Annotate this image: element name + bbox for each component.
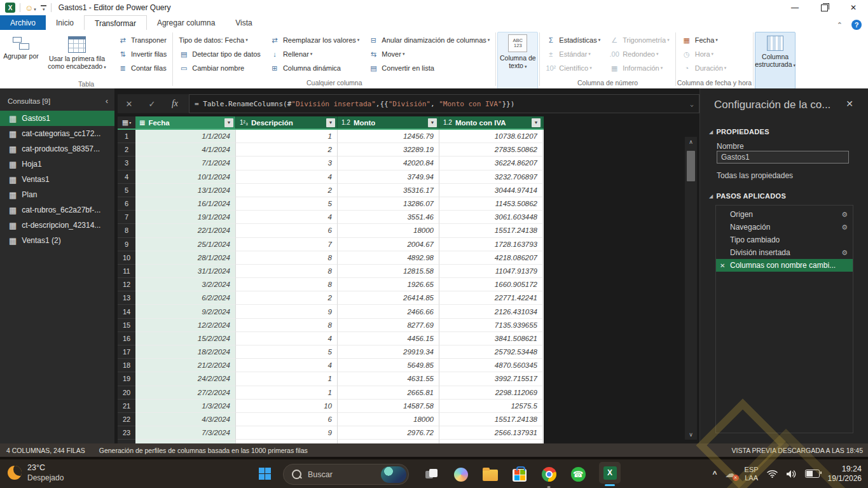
table-cell[interactable]: 15517.24138: [439, 413, 543, 426]
search-box[interactable]: Buscar: [283, 464, 409, 485]
table-cell[interactable]: 13/1/2024: [135, 184, 236, 197]
table-cell[interactable]: 8: [236, 251, 338, 265]
delete-step-icon[interactable]: ✕: [720, 262, 725, 269]
table-cell[interactable]: 24/2/2024: [135, 372, 236, 386]
tab-archivo[interactable]: Archivo: [0, 15, 46, 30]
language-indicator[interactable]: ESPLAA: [745, 466, 759, 482]
table-cell[interactable]: 10: [236, 400, 338, 413]
table-cell[interactable]: 1: [236, 386, 338, 400]
onedrive-icon[interactable]: ☁✕: [726, 467, 736, 480]
row-number[interactable]: 15: [118, 319, 135, 332]
table-cell[interactable]: 4: [236, 332, 338, 345]
use-first-row-button[interactable]: Usar la primera fila como encabezado▾: [41, 32, 113, 80]
table-cell[interactable]: 3749.94: [338, 171, 439, 184]
table-cell[interactable]: 2: [236, 143, 338, 157]
scroll-down-icon[interactable]: ∨: [685, 429, 697, 440]
table-cell[interactable]: 22771.42241: [439, 291, 543, 305]
row-number[interactable]: 2: [118, 143, 135, 157]
fx-icon[interactable]: fx: [163, 94, 186, 113]
column-header-fecha[interactable]: ▦Fecha▼: [135, 116, 236, 129]
table-cell[interactable]: 2004.67: [338, 238, 439, 251]
table-cell[interactable]: 8277.69: [338, 319, 439, 332]
table-cell[interactable]: 9: [236, 426, 338, 440]
table-cell[interactable]: 35316.17: [338, 184, 439, 197]
table-cell[interactable]: 7/3/2024: [135, 426, 236, 440]
table-cell[interactable]: 4456.15: [338, 332, 439, 345]
table-cell[interactable]: 6: [236, 224, 338, 237]
query-item-gastos1[interactable]: ▦Gastos1: [0, 111, 114, 126]
table-cell[interactable]: 16/1/2024: [135, 197, 236, 211]
table-cell[interactable]: 2: [236, 184, 338, 197]
ribbon-button-contar-filas[interactable]: ≣Contar filas: [113, 61, 171, 75]
ribbon-button-columna-din-mica[interactable]: ⊞Columna dinámica: [265, 61, 364, 75]
ribbon-button-fecha[interactable]: ▦Fecha▾: [677, 33, 731, 47]
table-cell[interactable]: 3841.508621: [439, 332, 543, 345]
row-number[interactable]: 11: [118, 265, 135, 278]
table-cell[interactable]: 2466.66: [338, 305, 439, 318]
scrollbar-thumb[interactable]: [687, 151, 695, 181]
close-button[interactable]: ✕: [839, 0, 868, 15]
row-number[interactable]: 6: [118, 197, 135, 211]
help-button[interactable]: ?: [851, 20, 862, 30]
query-item-cat-categorias-cc172[interactable]: ▦cat-categorias_cc172...: [0, 126, 114, 141]
table-cell[interactable]: 4631.55: [338, 372, 439, 386]
table-cell[interactable]: 4/3/2024: [135, 413, 236, 426]
table-cell[interactable]: 9/2/2024: [135, 305, 236, 318]
table-cell[interactable]: 18/2/2024: [135, 345, 236, 359]
query-item-cat-rubros-6c2a27bf[interactable]: ▦cat-rubros_6c2a27bf-...: [0, 202, 114, 218]
table-cell[interactable]: 1728.163793: [439, 238, 543, 251]
table-cell[interactable]: 22/1/2024: [135, 224, 236, 237]
table-cell[interactable]: 3/2/2024: [135, 278, 236, 291]
table-cell[interactable]: 1/1/2024: [135, 130, 236, 143]
step-settings-gear-icon[interactable]: ⚙: [841, 249, 848, 257]
table-cell[interactable]: 10738.61207: [439, 130, 543, 143]
whatsapp-button[interactable]: ☎: [570, 466, 586, 483]
table-cell[interactable]: 9: [236, 305, 338, 318]
task-view-button[interactable]: [424, 466, 440, 483]
table-cell[interactable]: 7135.939655: [439, 319, 543, 332]
table-cell[interactable]: 21/2/2024: [135, 359, 236, 372]
applied-step-divisi-n-insertada[interactable]: División insertada⚙: [716, 246, 853, 259]
table-cell[interactable]: 31/1/2024: [135, 265, 236, 278]
ribbon-button-tipo-de-datos-fecha[interactable]: Tipo de datos: Fecha▾: [174, 33, 265, 47]
row-number[interactable]: 5: [118, 184, 135, 197]
copilot-button[interactable]: [453, 466, 469, 483]
table-cell[interactable]: 2126.431034: [439, 305, 543, 318]
decimal-type-icon[interactable]: 1.2: [443, 119, 452, 126]
wifi-icon[interactable]: [767, 470, 778, 478]
microsoft-store-button[interactable]: [511, 466, 528, 483]
table-cell[interactable]: 25792.53448: [439, 345, 543, 359]
table-cell[interactable]: 27835.50862: [439, 143, 543, 157]
hidden-icons-chevron[interactable]: ^: [713, 470, 717, 478]
table-cell[interactable]: 8: [236, 265, 338, 278]
row-number[interactable]: 1: [118, 130, 135, 143]
table-cell[interactable]: 3551.46: [338, 211, 439, 224]
int-type-icon[interactable]: 1²₃: [240, 119, 248, 126]
table-cell[interactable]: 12/2/2024: [135, 319, 236, 332]
table-cell[interactable]: 12815.58: [338, 265, 439, 278]
table-cell[interactable]: 3992.715517: [439, 372, 543, 386]
table-cell[interactable]: 7/1/2024: [135, 157, 236, 170]
confirm-formula-button[interactable]: ✓: [141, 94, 163, 113]
ribbon-button-reemplazar-los-valores[interactable]: ⇄Reemplazar los valores▾: [265, 33, 364, 47]
profiling-status[interactable]: Generación de perfiles de columnas basad…: [99, 447, 308, 454]
query-item-plan[interactable]: ▦Plan: [0, 187, 114, 202]
file-explorer-button[interactable]: [482, 466, 499, 483]
table-cell[interactable]: 15517.24138: [439, 224, 543, 237]
tab-transformar[interactable]: Transformar: [84, 15, 147, 31]
column-header-descripci-n[interactable]: 1²₃Descripción▼: [236, 116, 338, 129]
table-cell[interactable]: 1/3/2024: [135, 400, 236, 413]
column-header-monto-con-iva[interactable]: 1.2Monto con IVA▼: [439, 116, 543, 129]
row-number[interactable]: 7: [118, 211, 135, 224]
table-cell[interactable]: 1: [236, 372, 338, 386]
table-cell[interactable]: 1: [236, 130, 338, 143]
filter-dropdown-icon[interactable]: ▼: [326, 118, 335, 127]
table-cell[interactable]: 5649.85: [338, 359, 439, 372]
decimal-type-icon[interactable]: 1.2: [341, 119, 350, 126]
quick-access-toolbar-icon[interactable]: ▾: [41, 5, 46, 11]
table-cell[interactable]: 26414.85: [338, 291, 439, 305]
table-cell[interactable]: 36224.86207: [439, 157, 543, 170]
text-column-button[interactable]: ABC123 Columna de texto▾: [497, 32, 538, 89]
speaker-icon[interactable]: [786, 470, 797, 478]
query-name-input[interactable]: [717, 151, 849, 164]
